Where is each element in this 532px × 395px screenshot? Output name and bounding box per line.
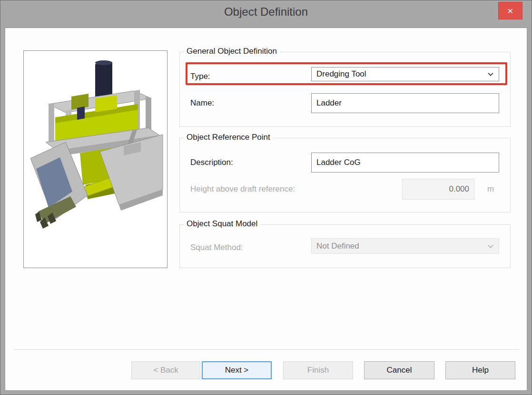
help-button[interactable]: Help <box>445 361 515 379</box>
group-title: Object Reference Point <box>184 133 273 142</box>
cancel-button[interactable]: Cancel <box>364 361 434 379</box>
height-above-draft-input <box>402 179 474 200</box>
chevron-down-icon <box>488 71 493 76</box>
back-button: < Back <box>131 361 200 379</box>
titlebar: Object Definition <box>0 0 532 22</box>
footer-divider <box>14 349 519 350</box>
squat-method-value: Not Defined <box>316 241 359 251</box>
type-dropdown-value: Dredging Tool <box>316 69 366 79</box>
description-input[interactable] <box>311 153 499 173</box>
group-general-object-definition: General Object Definition Type: Dredging… <box>179 52 511 127</box>
finish-button: Finish <box>283 361 353 379</box>
object-definition-dialog: Object Definition × <box>0 0 532 395</box>
height-above-draft-label: Height above draft reference: <box>190 182 295 196</box>
next-button[interactable]: Next > <box>202 361 272 379</box>
group-object-squat-model: Object Squat Model Squat Method: Not Def… <box>179 224 511 268</box>
object-preview <box>23 50 167 268</box>
type-dropdown[interactable]: Dredging Tool <box>311 67 499 81</box>
name-label: Name: <box>190 96 214 110</box>
type-label: Type: <box>190 69 210 84</box>
object-preview-image <box>24 51 167 268</box>
chevron-down-icon <box>488 242 493 248</box>
group-title: General Object Definition <box>184 47 280 56</box>
description-label: Description: <box>190 155 233 170</box>
squat-method-label: Squat Method: <box>190 241 243 255</box>
dialog-body: General Object Definition Type: Dredging… <box>5 28 527 391</box>
name-input[interactable] <box>311 93 499 113</box>
group-title: Object Squat Model <box>184 219 260 229</box>
height-unit-label: m <box>487 182 494 196</box>
dialog-title: Object Definition <box>0 0 532 23</box>
squat-method-dropdown: Not Defined <box>311 238 499 254</box>
close-button[interactable]: × <box>498 2 522 19</box>
close-icon: × <box>507 5 513 16</box>
group-object-reference-point: Object Reference Point Description: Heig… <box>179 138 511 212</box>
